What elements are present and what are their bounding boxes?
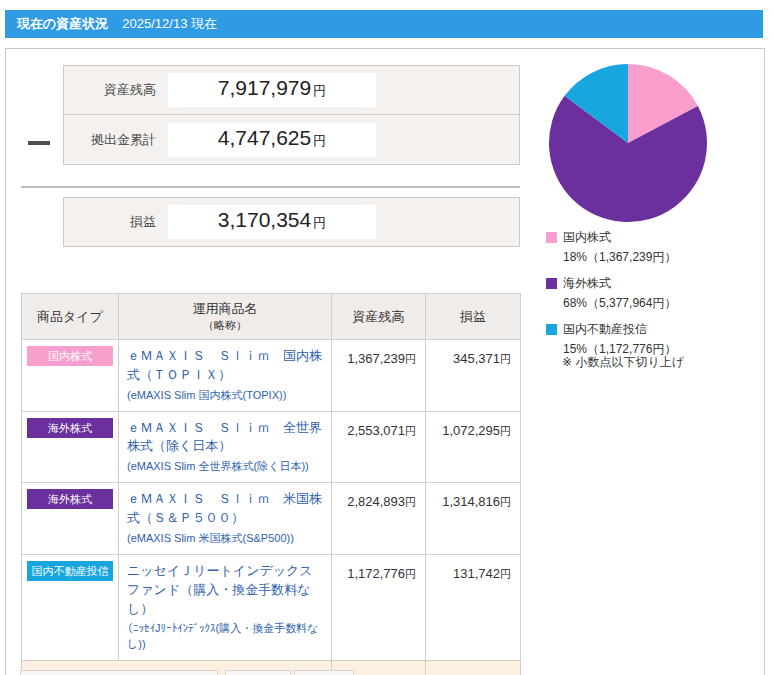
total-pl-cell-empty <box>426 661 521 675</box>
product-name-cell: ｅＭＡＸＩＳ Ｓｌｉｍ 国内株式（ＴＯＰＩＸ） (eMAXIS Slim 国内株… <box>119 340 332 412</box>
contribution-total-unit: 円 <box>313 132 326 150</box>
product-abbr: （ﾆｯｾｲJﾘｰﾄｲﾝﾃﾞｯｸｽ(購入・換金手数料なし)) <box>127 621 323 653</box>
product-type-cell: 海外株式 <box>22 483 119 555</box>
contribution-total-row: 拠出金累計 4,747,625 円 <box>63 115 520 165</box>
rounding-note: ※ 小数点以下切り上げ <box>562 354 684 371</box>
content-panel: 資産残高 7,917,979 円 拠出金累計 4,747,625 円 損益 3,… <box>5 48 765 675</box>
product-name-cell: ｅＭＡＸＩＳ Ｓｌｉｍ 米国株式（Ｓ＆Ｐ５００） (eMAXIS Slim 米国… <box>119 483 332 555</box>
pl-cell: 1,072,295円 <box>426 411 521 483</box>
product-name-link[interactable]: ｅＭＡＸＩＳ Ｓｌｉｍ 国内株式（ＴＯＰＩＸ） <box>127 348 322 382</box>
asset-balance-unit: 円 <box>313 82 326 100</box>
legend-swatch <box>546 278 557 289</box>
table-header-row: 商品タイプ 運用商品名 （略称） 資産残高 損益 <box>22 294 521 340</box>
asset-balance-value: 7,917,979 <box>218 76 311 100</box>
pl-cell: 1,314,816円 <box>426 483 521 555</box>
balance-cell: 2,553,071円 <box>332 411 426 483</box>
product-name-link[interactable]: ｅＭＡＸＩＳ Ｓｌｉｍ 全世界株式（除く日本） <box>127 420 322 454</box>
holdings-table-wrap: 商品タイプ 運用商品名 （略称） 資産残高 損益 国内株式 ｅＭＡＸＩＳ Ｓｌｉ… <box>21 293 520 675</box>
legend-label: 海外株式 <box>563 275 611 292</box>
equals-divider <box>21 186 520 188</box>
profit-loss-unit: 円 <box>313 214 326 232</box>
product-type-cell: 海外株式 <box>22 411 119 483</box>
table-row: 国内不動産投信 ニッセイＪリートインデックスファンド（購入・換金手数料なし） （… <box>22 554 521 660</box>
product-type-cell: 国内株式 <box>22 340 119 412</box>
legend-label: 国内株式 <box>563 229 611 246</box>
balance-cell: 2,824,893円 <box>332 483 426 555</box>
product-abbr: (eMAXIS Slim 米国株式(S&P500)) <box>127 531 323 547</box>
next-section-edge <box>20 670 218 675</box>
balance-cell: 1,172,776円 <box>332 554 426 660</box>
asset-balance-label: 資産残高 <box>64 81 156 99</box>
legend-swatch <box>546 232 557 243</box>
page-title: 現在の資産状況 <box>17 16 108 31</box>
product-type-badge: 国内株式 <box>27 346 113 366</box>
profit-loss-value: 3,170,354 <box>218 208 311 232</box>
col-header-profit-loss: 損益 <box>426 294 521 340</box>
legend-detail: 68%（5,377,964円） <box>563 295 756 312</box>
contribution-total-value: 4,747,625 <box>218 126 311 150</box>
asset-balance-row: 資産残高 7,917,979 円 <box>63 65 520 115</box>
product-name-cell: ｅＭＡＸＩＳ Ｓｌｉｍ 全世界株式（除く日本） (eMAXIS Slim 全世界… <box>119 411 332 483</box>
legend-label: 国内不動産投信 <box>563 321 647 338</box>
product-type-badge: 海外株式 <box>27 489 113 509</box>
next-section-edge <box>294 670 354 675</box>
minus-operator <box>28 141 50 145</box>
legend-item: 国内株式 18%（1,367,239円） <box>546 229 756 266</box>
profit-loss-label: 損益 <box>64 213 156 231</box>
profit-loss-group: 損益 3,170,354 円 <box>63 197 520 247</box>
col-header-balance: 資産残高 <box>332 294 426 340</box>
holdings-table: 商品タイプ 運用商品名 （略称） 資産残高 損益 国内株式 ｅＭＡＸＩＳ Ｓｌｉ… <box>21 293 521 675</box>
as-of-date: 2025/12/13 現在 <box>122 16 217 31</box>
balance-cell: 1,367,239円 <box>332 340 426 412</box>
product-name-link[interactable]: ニッセイＪリートインデックスファンド（購入・換金手数料なし） <box>127 563 313 616</box>
product-type-badge: 国内不動産投信 <box>27 561 113 581</box>
product-name-cell: ニッセイＪリートインデックスファンド（購入・換金手数料なし） （ﾆｯｾｲJﾘｰﾄ… <box>119 554 332 660</box>
product-type-cell: 国内不動産投信 <box>22 554 119 660</box>
table-row: 国内株式 ｅＭＡＸＩＳ Ｓｌｉｍ 国内株式（ＴＯＰＩＸ） (eMAXIS Sli… <box>22 340 521 412</box>
next-section-edge <box>225 670 291 675</box>
asset-status-page: 現在の資産状況2025/12/13 現在 資産残高 7,917,979 円 拠出… <box>0 0 773 675</box>
contribution-total-label: 拠出金累計 <box>64 131 156 149</box>
col-header-product-name: 運用商品名 （略称） <box>119 294 332 340</box>
profit-loss-row: 損益 3,170,354 円 <box>63 197 520 247</box>
col-header-product-type: 商品タイプ <box>22 294 119 340</box>
pl-cell: 131,742円 <box>426 554 521 660</box>
legend-item: 海外株式 68%（5,377,964円） <box>546 275 756 312</box>
product-abbr: (eMAXIS Slim 国内株式(TOPIX)) <box>127 388 323 404</box>
product-type-badge: 海外株式 <box>27 418 113 438</box>
product-name-link[interactable]: ｅＭＡＸＩＳ Ｓｌｉｍ 米国株式（Ｓ＆Ｐ５００） <box>127 491 322 525</box>
legend-swatch <box>546 324 557 335</box>
legend-detail: 18%（1,367,239円） <box>563 249 756 266</box>
legend-item: 国内不動産投信 15%（1,172,776円） <box>546 321 756 358</box>
col-header-abbr: （略称） <box>121 318 329 333</box>
asset-allocation-chart <box>548 63 708 223</box>
asset-balance-valuebox: 7,917,979 円 <box>168 73 376 107</box>
summary-group: 資産残高 7,917,979 円 拠出金累計 4,747,625 円 <box>63 65 520 165</box>
pie-chart <box>548 63 708 223</box>
page-header: 現在の資産状況2025/12/13 現在 <box>5 10 763 38</box>
table-row: 海外株式 ｅＭＡＸＩＳ Ｓｌｉｍ 全世界株式（除く日本） (eMAXIS Sli… <box>22 411 521 483</box>
contribution-total-valuebox: 4,747,625 円 <box>168 123 376 157</box>
table-row: 海外株式 ｅＭＡＸＩＳ Ｓｌｉｍ 米国株式（Ｓ＆Ｐ５００） (eMAXIS Sl… <box>22 483 521 555</box>
pie-legend: 国内株式 18%（1,367,239円） 海外株式 68%（5,377,964円… <box>546 229 756 367</box>
profit-loss-valuebox: 3,170,354 円 <box>168 205 376 239</box>
pl-cell: 345,371円 <box>426 340 521 412</box>
product-abbr: (eMAXIS Slim 全世界株式(除く日本)) <box>127 459 323 475</box>
